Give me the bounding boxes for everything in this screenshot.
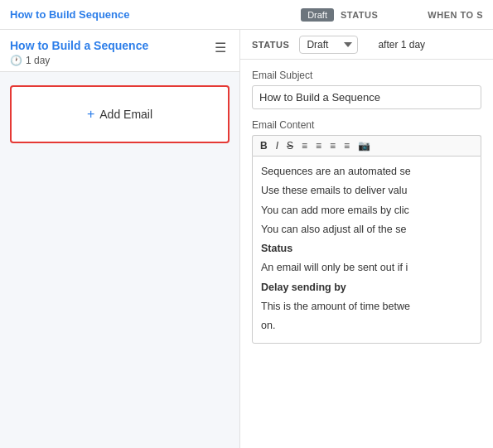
left-content: + Add Email <box>0 72 239 448</box>
hamburger-icon[interactable]: ☰ <box>211 38 230 57</box>
when-section: after 1 day <box>378 39 425 51</box>
content-line-8: This is the amount of time betwe <box>261 298 472 316</box>
sequence-title: How to Build a Sequence <box>10 38 211 53</box>
content-line-2: Use these emails to deliver valu <box>261 182 472 200</box>
top-when-header: WHEN TO S <box>428 10 483 20</box>
align-center-button[interactable]: ≡ <box>327 139 338 152</box>
sequence-delay: 1 day <box>26 55 50 66</box>
content-line-5: Status <box>261 240 472 258</box>
content-line-7: Delay sending by <box>261 279 472 296</box>
editor-toolbar: B I S ≡ ≡ ≡ ≡ 📷 <box>252 135 481 156</box>
content-line-9: on. <box>261 317 472 335</box>
left-header-info: How to Build a Sequence 🕐 1 day <box>10 38 211 66</box>
right-body: Email Subject Email Content B I S ≡ ≡ ≡ … <box>240 60 493 448</box>
add-email-label: Add Email <box>99 108 152 121</box>
when-value: after 1 day <box>378 39 425 51</box>
sequence-subtitle: 🕐 1 day <box>10 55 211 66</box>
email-subject-input[interactable] <box>252 85 481 109</box>
editor-content[interactable]: Sequences are an automated se Use these … <box>252 156 481 344</box>
unordered-list-button[interactable]: ≡ <box>299 139 310 152</box>
add-email-button[interactable]: + Add Email <box>10 85 230 143</box>
align-right-button[interactable]: ≡ <box>341 139 352 152</box>
status-label: STATUS <box>252 40 289 50</box>
status-select[interactable]: Draft Active Paused <box>299 36 358 54</box>
content-line-6: An email will only be sent out if i <box>261 259 472 277</box>
strikethrough-button[interactable]: S <box>284 139 296 152</box>
status-section: STATUS Draft Active Paused <box>252 36 358 54</box>
content-line-4: You can also adjust all of the se <box>261 221 472 238</box>
top-bar-title: How to Build Sequence <box>10 8 301 21</box>
right-panel: STATUS Draft Active Paused after 1 day E… <box>240 30 493 448</box>
image-button[interactable]: 📷 <box>355 139 373 152</box>
right-row-header: STATUS Draft Active Paused after 1 day <box>240 30 493 60</box>
clock-icon: 🕐 <box>10 55 22 66</box>
main-layout: How to Build a Sequence 🕐 1 day ☰ + Add … <box>0 30 493 448</box>
left-header: How to Build a Sequence 🕐 1 day ☰ <box>0 30 239 72</box>
top-bar: How to Build Sequence Draft STATUS WHEN … <box>0 0 493 30</box>
draft-badge: Draft <box>301 8 334 22</box>
italic-button[interactable]: I <box>273 139 281 152</box>
align-left-button[interactable]: ≡ <box>313 139 324 152</box>
content-line-3: You can add more emails by clic <box>261 202 472 219</box>
bold-button[interactable]: B <box>258 139 270 152</box>
plus-icon: + <box>87 107 94 122</box>
email-subject-label: Email Subject <box>252 70 481 81</box>
email-content-label: Email Content <box>252 119 481 131</box>
content-line-1: Sequences are an automated se <box>261 163 472 181</box>
top-status-header: STATUS <box>341 10 378 20</box>
left-panel: How to Build a Sequence 🕐 1 day ☰ + Add … <box>0 30 240 448</box>
